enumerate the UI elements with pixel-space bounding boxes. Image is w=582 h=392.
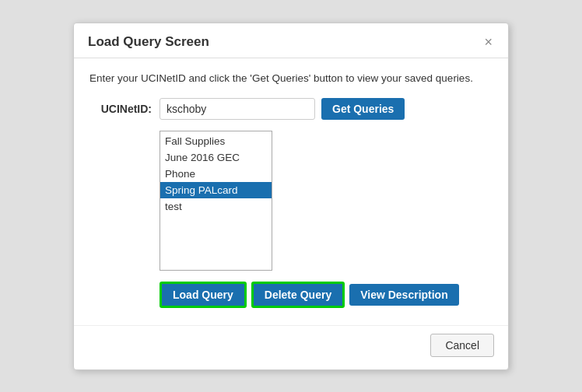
load-query-dialog: Load Query Screen × Enter your UCINetID …: [73, 23, 509, 370]
list-item[interactable]: Fall Supplies: [160, 133, 272, 149]
list-item[interactable]: Spring PALcard: [160, 182, 272, 198]
delete-query-button[interactable]: Delete Query: [251, 282, 345, 308]
list-item[interactable]: test: [160, 198, 272, 215]
instructions-text: Enter your UCINetID and click the 'Get Q…: [89, 72, 493, 84]
close-button[interactable]: ×: [482, 35, 494, 49]
dialog-header: Load Query Screen ×: [74, 23, 508, 58]
cancel-button[interactable]: Cancel: [430, 334, 494, 357]
action-buttons-row: Load Query Delete Query View Description: [160, 282, 493, 308]
dialog-body: Enter your UCINetID and click the 'Get Q…: [74, 58, 508, 325]
dialog-title: Load Query Screen: [88, 34, 209, 50]
view-description-button[interactable]: View Description: [349, 284, 459, 306]
list-item[interactable]: Phone: [160, 166, 272, 182]
ucid-label: UCINetID:: [89, 103, 152, 115]
ucid-input[interactable]: [160, 98, 315, 120]
get-queries-button[interactable]: Get Queries: [321, 98, 405, 120]
query-listbox-container: Fall Supplies June 2016 GEC Phone Spring…: [160, 131, 493, 271]
list-item[interactable]: June 2016 GEC: [160, 149, 272, 166]
load-query-button[interactable]: Load Query: [160, 282, 247, 308]
dialog-footer: Cancel: [74, 325, 508, 369]
ucid-row: UCINetID: Get Queries: [89, 98, 493, 120]
query-listbox[interactable]: Fall Supplies June 2016 GEC Phone Spring…: [160, 131, 272, 271]
